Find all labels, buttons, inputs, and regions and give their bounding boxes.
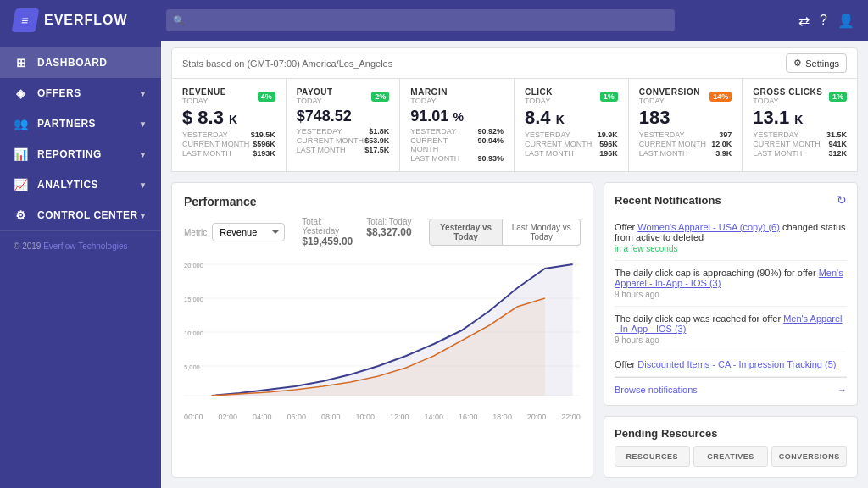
notif-link[interactable]: Discounted Items - CA - Impression Track… [637, 359, 836, 369]
toggle-buttons: Yesterday vs Today Last Monday vs Today [429, 219, 581, 246]
pending-resources-card: Pending Resources RESOURCES CREATIVES CO… [604, 416, 858, 478]
perf-controls: Metric Revenue Click Conversion Total: Y… [184, 217, 581, 247]
notif-link[interactable]: Women's Apparel - USA (copy) (6) [637, 222, 780, 232]
performance-card: Performance Metric Revenue Click Convers… [171, 182, 593, 478]
stat-sublabel: TODAY [297, 97, 333, 105]
partners-icon: 👥 [14, 117, 29, 130]
chevron-down-icon: ▼ [139, 211, 147, 220]
swap-icon[interactable]: ⇄ [798, 13, 810, 29]
stat-value: $748.52 [297, 108, 390, 124]
sidebar-item-label: DASHBOARD [37, 57, 108, 69]
gear-icon: ⚙ [793, 58, 802, 69]
notifications-title: Recent Notifications [615, 194, 721, 207]
stat-label: GROSS CLICKS [753, 87, 822, 97]
logo-text: EVERFLOW [44, 13, 128, 28]
user-icon[interactable]: 👤 [837, 13, 854, 29]
sidebar-footer: © 2019 Everflow Technologies [0, 230, 161, 261]
top-navigation: ≡ EVERFLOW ⇄ ? 👤 [0, 0, 868, 41]
stat-card-click: CLICK TODAY 1% 8.4 K YESTERDAY19.9K CURR… [515, 79, 629, 171]
stat-badge: 4% [258, 92, 275, 102]
sidebar-item-offers[interactable]: ◈ OFFERS ▼ [0, 78, 161, 108]
stat-card-payout: PAYOUT TODAY 2% $748.52 YESTERDAY$1.8K C… [287, 79, 401, 171]
stat-label: REVENUE [182, 87, 226, 97]
metric-select[interactable]: Metric Revenue Click Conversion [184, 223, 285, 241]
sidebar-item-dashboard[interactable]: ⊞ DASHBOARD [0, 47, 161, 78]
settings-button[interactable]: ⚙ Settings [786, 53, 847, 73]
sidebar-item-partners[interactable]: 👥 PARTNERS ▼ [0, 108, 161, 139]
arrow-right-icon: → [837, 385, 847, 395]
pending-item: RESOURCES [615, 446, 690, 467]
timezone-label: Stats based on (GMT-07:00) America/Los_A… [182, 58, 392, 69]
sidebar-item-label: CONTROL CENTER [37, 209, 138, 221]
stat-badge: 1% [829, 92, 847, 102]
notification-item: The daily click cap is approaching (90%)… [615, 261, 847, 307]
stat-cards: REVENUE TODAY 4% $ 8.3 K YESTERDAY$19.5K… [171, 79, 858, 172]
sidebar-item-reporting[interactable]: 📊 REPORTING ▼ [0, 139, 161, 169]
metric-dropdown[interactable]: Revenue Click Conversion [212, 223, 285, 241]
last-monday-vs-today-button[interactable]: Last Monday vs Today [503, 219, 581, 246]
sidebar-item-label: ANALYTICS [37, 179, 98, 191]
topnav-right: ⇄ ? 👤 [798, 13, 854, 29]
svg-marker-10 [212, 264, 573, 396]
metric-label: Metric [184, 228, 207, 237]
search-bar[interactable] [166, 9, 675, 31]
notif-link[interactable]: Men's Apparel - In-App - IOS (3) [615, 313, 843, 334]
stat-value: 183 [639, 108, 732, 127]
right-panel: Recent Notifications ↻ Offer Women's App… [604, 182, 858, 478]
reporting-icon: 📊 [14, 147, 29, 161]
performance-title: Performance [184, 195, 581, 208]
search-input[interactable] [166, 9, 675, 31]
total-yesterday-label: Total: Yesterday [302, 217, 353, 236]
notification-item: Offer Discounted Items - CA - Impression… [615, 352, 847, 377]
sidebar-item-analytics[interactable]: 📈 ANALYTICS ▼ [0, 169, 161, 200]
yesterday-vs-today-button[interactable]: Yesterday vs Today [429, 219, 504, 246]
refresh-icon[interactable]: ↻ [837, 193, 847, 207]
stat-label: PAYOUT [297, 87, 333, 97]
pending-resources-title: Pending Resources [615, 427, 847, 440]
stat-sublabel: TODAY [525, 97, 553, 105]
notif-time: 9 hours ago [615, 290, 847, 299]
stat-sublabel: TODAY [639, 97, 700, 105]
svg-text:5,000: 5,000 [184, 363, 200, 371]
stat-sublabel: TODAY [753, 97, 822, 105]
offers-icon: ◈ [14, 86, 29, 100]
stat-value: 8.4 K [525, 108, 618, 127]
sidebar-item-label: OFFERS [37, 87, 81, 99]
stats-header: Stats based on (GMT-07:00) America/Los_A… [171, 47, 858, 79]
chart-area: 20,000 15,000 10,000 5,000 [184, 256, 581, 408]
chevron-down-icon: ▼ [139, 180, 147, 190]
browse-notifications-button[interactable]: Browse notifications → [615, 377, 847, 395]
sidebar-item-label: PARTNERS [37, 118, 96, 130]
pending-item: CONVERSIONS [771, 446, 847, 467]
total-today-value: $8,327.00 [366, 226, 411, 238]
pending-item: CREATIVES [693, 446, 769, 467]
logo-area: ≡ EVERFLOW [14, 8, 166, 32]
performance-chart: 20,000 15,000 10,000 5,000 [184, 256, 581, 408]
notif-link[interactable]: Men's Apparel - In-App - IOS (3) [615, 268, 843, 288]
footer-link[interactable]: Everflow Technologies [43, 241, 127, 251]
stat-badge: 1% [600, 92, 618, 102]
svg-text:20,000: 20,000 [184, 262, 203, 269]
stat-value: $ 8.3 K [182, 108, 275, 127]
sidebar-item-control-center[interactable]: ⚙ CONTROL CENTER ▼ [0, 200, 161, 230]
stat-card-revenue: REVENUE TODAY 4% $ 8.3 K YESTERDAY$19.5K… [172, 79, 287, 171]
control-center-icon: ⚙ [14, 208, 29, 222]
main-content: Stats based on (GMT-07:00) America/Los_A… [161, 41, 868, 488]
stat-value: 91.01 % [410, 108, 504, 124]
sidebar-item-label: REPORTING [37, 148, 102, 160]
stat-badge: 2% [371, 92, 389, 102]
stat-value: 13.1 K [753, 108, 847, 127]
stat-badge: 14% [709, 92, 732, 102]
stat-card-conversion: CONVERSION TODAY 14% 183 YESTERDAY397 CU… [629, 79, 743, 171]
stat-label: CLICK [525, 87, 553, 97]
stat-card-gross-clicks: GROSS CLICKS TODAY 1% 13.1 K YESTERDAY31… [743, 79, 857, 171]
perf-meta: Total: Yesterday $19,459.00 Total: Today… [302, 217, 411, 247]
notif-time: 9 hours ago [615, 336, 847, 345]
dashboard-icon: ⊞ [14, 56, 29, 69]
help-icon[interactable]: ? [820, 13, 827, 28]
stat-sublabel: TODAY [410, 97, 448, 105]
notification-item: The daily click cap was reached for offe… [615, 307, 847, 352]
chevron-down-icon: ▼ [139, 150, 147, 159]
stat-sublabel: TODAY [182, 97, 226, 105]
chevron-down-icon: ▼ [139, 119, 147, 129]
